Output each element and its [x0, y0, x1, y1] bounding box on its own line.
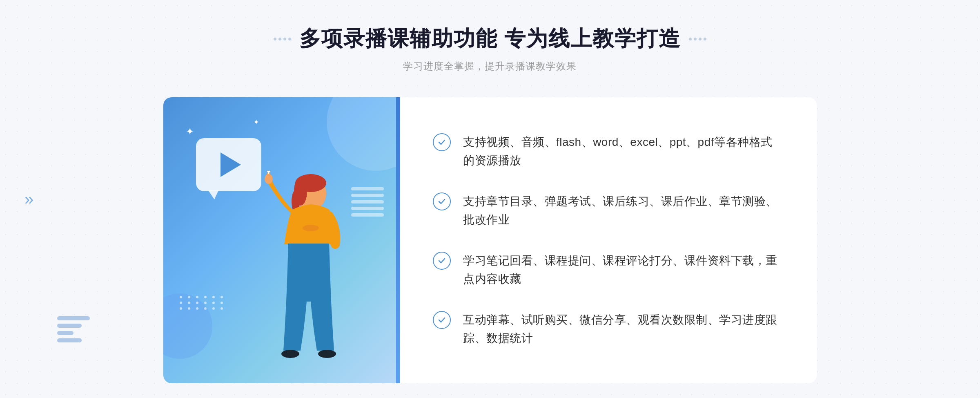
dot-5: [689, 38, 692, 40]
dot-grid-item: [196, 296, 198, 298]
bottom-left-stripe-decoration: [57, 316, 90, 357]
dot-7: [699, 38, 702, 40]
bl-stripe-4: [57, 338, 82, 342]
feature-item-3: 学习笔记回看、课程提问、课程评论打分、课件资料下载，重点内容收藏: [433, 244, 784, 297]
feature-item-1: 支持视频、音频、flash、word、excel、ppt、pdf等各种格式的资源…: [433, 125, 784, 178]
dot-grid-item: [196, 302, 198, 304]
dot-grid-item: [220, 296, 223, 298]
feature-item-4: 互动弹幕、试听购买、微信分享、观看次数限制、学习进度跟踪、数据统计: [433, 303, 784, 356]
dot-grid-item: [204, 302, 207, 304]
dot-grid-item: [204, 307, 207, 310]
dot-1: [274, 38, 276, 40]
dot-grid-item: [188, 296, 190, 298]
features-card: 支持视频、音频、flash、word、excel、ppt、pdf等各种格式的资源…: [400, 97, 817, 383]
svg-point-5: [318, 350, 336, 358]
subtitle: 学习进度全掌握，提升录播课教学效果: [274, 60, 706, 73]
dots-grid-decoration: [180, 296, 225, 310]
header-dots-left: [274, 38, 291, 40]
svg-point-4: [281, 350, 299, 358]
feature-text-1: 支持视频、音频、flash、word、excel、ppt、pdf等各种格式的资源…: [463, 133, 784, 170]
illustration-card: ✦ ✦: [163, 97, 400, 383]
blue-vertical-bar: [396, 97, 400, 383]
dot-8: [704, 38, 706, 40]
dot-grid-item: [220, 307, 223, 310]
bl-stripe-1: [57, 316, 90, 320]
check-icon-3: [433, 252, 451, 270]
sparkle-icon-2: ✦: [253, 118, 259, 127]
check-icon-2: [433, 192, 451, 210]
dot-grid-item: [220, 302, 223, 304]
circle-decoration-top-right: [327, 97, 400, 171]
dot-grid-item: [180, 307, 182, 310]
svg-point-9: [267, 171, 270, 172]
sparkle-icon-1: ✦: [186, 126, 194, 137]
feature-text-3: 学习笔记回看、课程提问、课程评论打分、课件资料下载，重点内容收藏: [463, 252, 784, 288]
content-area: ✦ ✦: [163, 97, 817, 383]
dot-2: [278, 38, 281, 40]
dot-3: [283, 38, 286, 40]
header-section: 多项录播课辅助功能 专为线上教学打造 学习进度全掌握，提升录播课教学效果: [274, 25, 706, 73]
feature-text-2: 支持章节目录、弹题考试、课后练习、课后作业、章节测验、批改作业: [463, 192, 784, 229]
check-icon-1: [433, 133, 451, 151]
dot-4: [288, 38, 291, 40]
svg-point-10: [303, 225, 319, 231]
dot-grid-item: [212, 307, 215, 310]
dot-6: [694, 38, 697, 40]
person-illustration: [247, 171, 362, 383]
main-title: 多项录播课辅助功能 专为线上教学打造: [299, 25, 681, 53]
bl-stripe-2: [57, 324, 82, 328]
play-icon: [220, 152, 241, 177]
dot-grid-item: [188, 307, 190, 310]
dot-grid-item: [180, 302, 182, 304]
dot-grid-item: [212, 302, 215, 304]
header-dots-right: [689, 38, 706, 40]
dot-grid-item: [204, 296, 207, 298]
dot-grid-item: [188, 302, 190, 304]
feature-text-4: 互动弹幕、试听购买、微信分享、观看次数限制、学习进度跟踪、数据统计: [463, 311, 784, 348]
dot-grid-item: [196, 307, 198, 310]
page-container: 多项录播课辅助功能 专为线上教学打造 学习进度全掌握，提升录播课教学效果 » ✦…: [0, 0, 980, 398]
header-decorators: 多项录播课辅助功能 专为线上教学打造: [274, 25, 706, 53]
feature-item-2: 支持章节目录、弹题考试、课后练习、课后作业、章节测验、批改作业: [433, 184, 784, 237]
left-chevron-decoration: »: [24, 190, 33, 208]
check-icon-4: [433, 311, 451, 329]
dot-grid-item: [180, 296, 182, 298]
dot-grid-item: [212, 296, 215, 298]
bl-stripe-3: [57, 331, 74, 335]
